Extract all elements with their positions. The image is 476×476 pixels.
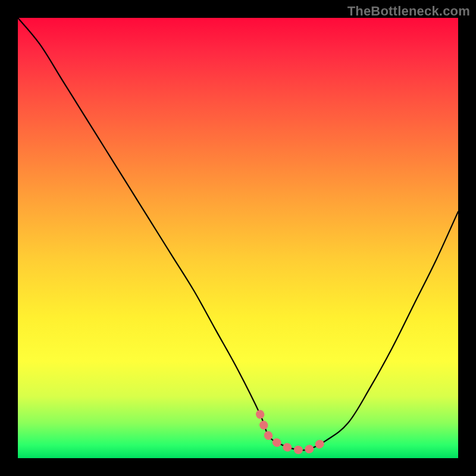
watermark-text: TheBottleneck.com bbox=[347, 4, 470, 19]
chart-svg bbox=[18, 18, 458, 458]
bottleneck-curve-path bbox=[18, 18, 458, 450]
chart-container: TheBottleneck.com bbox=[0, 0, 476, 476]
highlight-band-path bbox=[260, 414, 326, 450]
plot-area bbox=[18, 18, 458, 458]
